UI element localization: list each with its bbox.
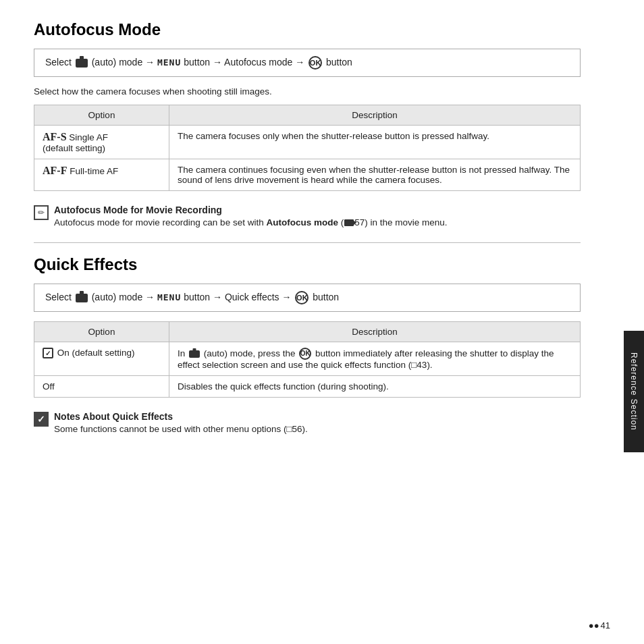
autofocus-note-body: Autofocus mode for movie recording can b… <box>54 217 448 227</box>
nav-ok: OK <box>304 57 326 68</box>
page-icon-prefix: ●● <box>589 620 599 630</box>
pencil-icon: ✏ <box>34 205 49 220</box>
reference-section-tab: Reference Section <box>624 331 644 452</box>
nav-arrow-3: → <box>295 57 304 68</box>
autofocus-note-title: Autofocus Mode for Movie Recording <box>54 205 448 215</box>
qe-nav-select: Select <box>45 292 74 302</box>
af-s-desc: The camera focuses only when the shutter… <box>169 126 581 159</box>
qe-arrow3: → <box>281 292 291 302</box>
qe-on-desc: In (auto) mode, press the OK button imme… <box>169 342 581 376</box>
qe-off-desc: Disables the quick effects function (dur… <box>169 376 581 398</box>
autofocus-table: Option Description AF-S Single AF (defau… <box>34 105 581 191</box>
af-s-sub: Single AF <box>67 132 109 142</box>
qe-on-option: ✓ On (default setting) <box>34 342 169 376</box>
page-number: 41 <box>601 620 610 630</box>
qe-col-description: Description <box>169 322 581 342</box>
af-f-desc: The camera continues focusing even when … <box>169 159 581 191</box>
qe-on-label: On (default setting) <box>55 348 135 358</box>
nav-arrow-1: → <box>145 57 155 68</box>
qe-camera-icon <box>76 294 88 302</box>
qe-ok: OK <box>291 292 313 302</box>
nav-text-2: button <box>184 57 213 68</box>
af-s-label: AF-S <box>43 131 67 142</box>
af-f-label: AF-F <box>43 165 67 176</box>
quick-effects-table: Option Description ✓ On (default setting… <box>34 321 581 398</box>
autofocus-intro: Select how the camera focuses when shoot… <box>34 86 581 97</box>
qe-nav-text4: button <box>313 292 339 302</box>
af-f-option: AF-F Full-time AF <box>34 159 169 191</box>
quick-effects-note-content: Notes About Quick Effects Some functions… <box>54 411 308 434</box>
camera-icon <box>76 59 88 68</box>
section-divider <box>34 242 581 243</box>
autofocus-mode-bold: Autofocus mode <box>266 217 338 227</box>
quick-effects-note-box: ✓ Notes About Quick Effects Some functio… <box>34 408 581 437</box>
quick-effects-nav-box: Select (auto) mode → MENU button → Quick… <box>34 284 581 312</box>
movie-icon-inline <box>344 219 354 226</box>
qe-on-icon: ✓ <box>43 348 53 358</box>
autofocus-nav-box: Select (auto) mode → MENU button → Autof… <box>34 49 581 77</box>
table-row: AF-F Full-time AF The camera continues f… <box>34 159 581 191</box>
nav-camera-icon: Select <box>45 57 74 68</box>
table-row: AF-S Single AF (default setting) The cam… <box>34 126 581 159</box>
nav-text-4: button <box>326 57 352 68</box>
nav-menu: MENU <box>155 57 184 68</box>
quick-effects-title: Quick Effects <box>34 255 581 274</box>
qe-ok-inline: OK <box>299 348 311 360</box>
autofocus-note-box: ✏ Autofocus Mode for Movie Recording Aut… <box>34 202 581 230</box>
af-s-option: AF-S Single AF (default setting) <box>34 126 169 159</box>
af-s-detail: (default setting) <box>43 143 105 153</box>
page-number-area: ●●41 <box>589 620 610 630</box>
qe-arrow2: → <box>213 292 222 302</box>
qe-nav-text2: button <box>184 292 213 302</box>
nav-text-3: Autofocus mode <box>222 57 295 68</box>
check-icon: ✓ <box>34 412 49 427</box>
af-col-option: Option <box>34 105 169 126</box>
qe-arrow1: → <box>145 292 155 302</box>
quick-effects-note-body: Some functions cannot be used with other… <box>54 424 308 434</box>
nav-arrow-2: → <box>213 57 222 68</box>
autofocus-title: Autofocus Mode <box>34 20 581 39</box>
quick-effects-note-title: Notes About Quick Effects <box>54 411 308 422</box>
qe-nav-text3: Quick effects <box>222 292 281 302</box>
reference-section-label: Reference Section <box>629 352 639 431</box>
qe-off-option: Off <box>34 376 169 398</box>
qe-col-option: Option <box>34 322 169 342</box>
table-row: Off Disables the quick effects function … <box>34 376 581 398</box>
nav-text-1: (auto) mode <box>89 57 145 68</box>
autofocus-note-content: Autofocus Mode for Movie Recording Autof… <box>54 205 448 227</box>
qe-camera-inline <box>189 350 200 358</box>
af-f-sub: Full-time AF <box>67 166 118 176</box>
af-col-description: Description <box>169 105 581 126</box>
qe-nav-text1: (auto) mode <box>89 292 145 302</box>
qe-menu: MENU <box>155 292 184 302</box>
table-row: ✓ On (default setting) In (auto) mode, p… <box>34 342 581 376</box>
